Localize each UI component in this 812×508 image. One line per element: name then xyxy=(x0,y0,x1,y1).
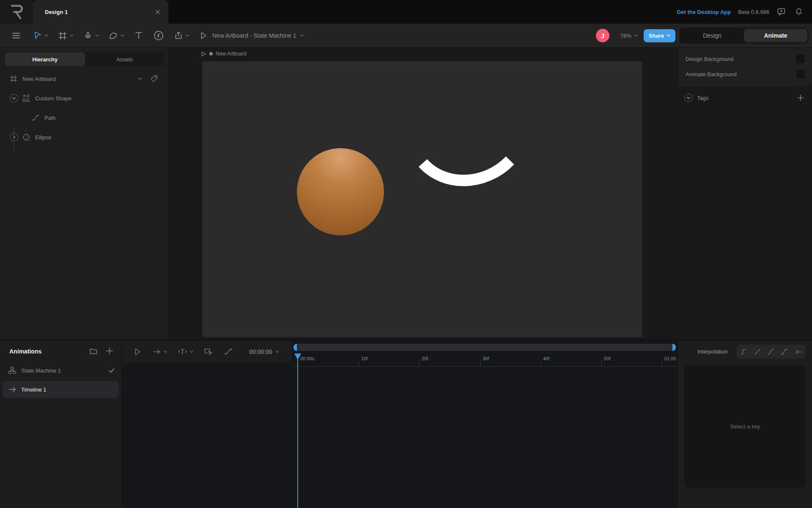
hamburger-menu-icon[interactable] xyxy=(11,30,21,41)
pen-icon xyxy=(83,30,93,41)
mode-segmented-control: Design Animate xyxy=(679,28,809,44)
chevron-down-icon xyxy=(189,351,193,353)
artboard-icon xyxy=(9,75,18,83)
chevron-down-icon[interactable] xyxy=(138,77,142,80)
curve-icon xyxy=(224,347,234,357)
tabbar-right: Get the Desktop App Beta 0.8.986 xyxy=(677,0,804,24)
rive-logo[interactable] xyxy=(0,0,33,24)
artboard-dot-icon xyxy=(209,52,213,55)
rive-logo-icon xyxy=(9,3,24,20)
chevron-down-icon xyxy=(70,34,74,37)
export-button[interactable] xyxy=(172,28,191,43)
text-tool-button[interactable] xyxy=(132,28,145,43)
step-interp-icon xyxy=(739,348,748,356)
feedback-icon[interactable] xyxy=(776,7,787,17)
tree-item-custom-shape[interactable]: Custom Shape xyxy=(0,90,168,106)
animate-background-swatch[interactable] xyxy=(796,70,805,78)
ruler-tick: 40f xyxy=(543,356,549,361)
bolt-icon xyxy=(153,30,164,41)
pen-tool-button[interactable] xyxy=(81,28,101,43)
plus-icon[interactable] xyxy=(105,347,114,355)
avatar[interactable]: J xyxy=(596,29,609,42)
step-interp-button[interactable] xyxy=(737,348,750,356)
animate-background-row: Animate Background xyxy=(678,66,812,82)
artboard[interactable] xyxy=(202,61,642,337)
play-button[interactable] xyxy=(133,347,142,356)
artboard-tool-button[interactable] xyxy=(56,28,75,43)
ellipse-shape[interactable] xyxy=(297,148,384,235)
animate-background-label: Animate Background xyxy=(686,71,737,77)
spring-interp-button[interactable] xyxy=(792,348,805,356)
animation-item-label: State Machine 1 xyxy=(21,367,61,374)
autokey-button[interactable] xyxy=(178,347,193,356)
play-icon[interactable] xyxy=(199,31,208,40)
loop-mode-button[interactable] xyxy=(152,347,167,356)
get-desktop-app-link[interactable]: Get the Desktop App xyxy=(677,9,731,15)
bezier-interp-button[interactable] xyxy=(778,348,791,356)
circle-icon xyxy=(22,133,30,141)
interpolation-curve-button[interactable] xyxy=(224,347,234,357)
bezier-interp-icon xyxy=(780,348,789,356)
beta-version-label: Beta 0.8.986 xyxy=(738,9,769,15)
tab-hierarchy[interactable]: Hierarchy xyxy=(5,52,85,66)
design-background-swatch[interactable] xyxy=(796,55,805,63)
chevron-down-icon xyxy=(44,34,48,37)
state-machine-icon xyxy=(8,366,17,375)
expand-toggle-icon[interactable] xyxy=(684,93,693,102)
design-background-label: Design Background xyxy=(686,56,733,62)
canvas[interactable]: New Artboard xyxy=(168,48,678,340)
tag-icon[interactable] xyxy=(150,75,158,83)
tree-item-path[interactable]: Path xyxy=(0,110,168,126)
artboard-state-machine-menu[interactable]: New Artboard - State Machine 1 xyxy=(199,31,304,40)
shape-tool-button[interactable] xyxy=(107,28,126,43)
tree-item-label: Path xyxy=(44,115,56,121)
tab-design[interactable]: Design xyxy=(680,29,744,42)
select-keys-button[interactable] xyxy=(203,347,214,357)
linear-interp-icon xyxy=(753,348,762,356)
animation-item-label: Timeline 1 xyxy=(21,387,46,393)
playback-controls: 00:00:00 xyxy=(122,340,292,363)
close-icon[interactable] xyxy=(155,9,161,15)
animation-item-state-machine[interactable]: State Machine 1 xyxy=(0,362,121,378)
tags-section: Tags xyxy=(678,90,812,105)
animation-item-timeline[interactable]: Timeline 1 xyxy=(3,381,119,398)
custom-shape-path[interactable] xyxy=(418,154,515,190)
expand-toggle-icon[interactable] xyxy=(9,94,19,103)
tab-animate[interactable]: Animate xyxy=(744,29,807,42)
timeline-ruler[interactable]: 00:00s 10f 20f 30f 40f 50f 01:00 xyxy=(292,353,678,367)
ease-interp-button[interactable] xyxy=(764,348,778,356)
artboard-header[interactable]: New Artboard xyxy=(201,51,247,57)
share-label: Share xyxy=(649,33,664,39)
collapse-toggle-icon[interactable] xyxy=(9,133,19,142)
current-time: 00:00:00 xyxy=(249,348,272,355)
document-tab[interactable]: Design 1 xyxy=(33,0,168,24)
select-a-key-message: Select a key xyxy=(730,423,760,430)
folder-icon[interactable] xyxy=(89,347,98,356)
ruler-tick: 20f xyxy=(422,356,428,361)
tree-item-ellipse[interactable]: Ellipse xyxy=(0,129,168,145)
events-tool-button[interactable] xyxy=(151,28,166,44)
tab-assets[interactable]: Assets xyxy=(85,52,165,66)
bell-icon[interactable] xyxy=(794,7,804,17)
playhead-line xyxy=(297,359,298,508)
linear-interp-button[interactable] xyxy=(750,348,764,356)
chevron-down-icon xyxy=(300,34,304,37)
zoom-dropdown[interactable]: 78% xyxy=(620,33,638,39)
key-editor-empty-state: Select a key xyxy=(685,365,806,488)
share-button[interactable]: Share xyxy=(644,29,675,42)
chevron-down-icon xyxy=(164,351,167,353)
timeline-track-area[interactable]: 00:00s 10f 20f 30f 40f 50f 01:00 xyxy=(292,340,678,508)
play-icon[interactable] xyxy=(201,51,206,57)
check-icon xyxy=(108,367,115,374)
artboard-title: New Artboard xyxy=(216,51,247,57)
interpolation-title: Interpolation xyxy=(697,348,728,355)
add-tag-button[interactable] xyxy=(796,94,805,102)
timeline-range-scrollbar[interactable] xyxy=(294,344,676,351)
playhead-handle[interactable] xyxy=(294,353,301,360)
select-tool-button[interactable] xyxy=(30,28,50,43)
tree-item-artboard[interactable]: New Artboard xyxy=(0,71,168,87)
time-display-dropdown[interactable]: 00:00:00 xyxy=(249,348,279,355)
arrow-right-icon xyxy=(8,385,17,394)
timeline-panel: Animations State Machine 1 xyxy=(0,340,812,508)
interpolation-header: Interpolation xyxy=(678,340,812,363)
